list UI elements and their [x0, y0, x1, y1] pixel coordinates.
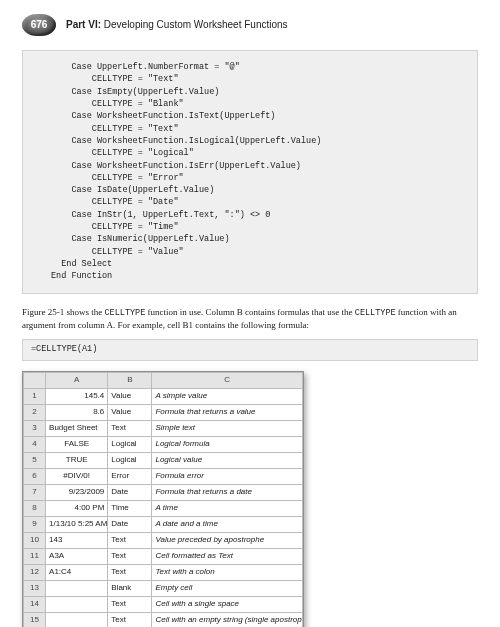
row-header: 12 [24, 564, 46, 580]
cell-c: A time [152, 500, 303, 516]
cell-a: Budget Sheet [46, 420, 108, 436]
page-number: 676 [31, 18, 48, 32]
row-header: 14 [24, 596, 46, 612]
cell-a: 4:00 PM [46, 500, 108, 516]
spreadsheet-table: A B C 1145.4ValueA simple value28.6Value… [23, 372, 303, 627]
row-header: 6 [24, 468, 46, 484]
formula-block: =CELLTYPE(A1) [22, 339, 478, 360]
cell-a: 9/23/2009 [46, 484, 108, 500]
row-header: 1 [24, 388, 46, 404]
cell-b: Text [108, 596, 152, 612]
vba-code-block: Case UpperLeft.NumberFormat = "@" CELLTY… [22, 50, 478, 294]
page-number-badge: 676 [22, 14, 56, 36]
cell-c: Cell with a single space [152, 596, 303, 612]
table-row: 14TextCell with a single space [24, 596, 303, 612]
table-row: 11A3ATextCell formatted as Text [24, 548, 303, 564]
cell-c: Value preceded by apostrophe [152, 532, 303, 548]
row-header: 11 [24, 548, 46, 564]
cell-b: Date [108, 516, 152, 532]
cell-c: Logical value [152, 452, 303, 468]
cell-a: TRUE [46, 452, 108, 468]
spreadsheet-figure: A B C 1145.4ValueA simple value28.6Value… [22, 371, 304, 627]
cell-a [46, 580, 108, 596]
row-header: 9 [24, 516, 46, 532]
cell-b: Date [108, 484, 152, 500]
text-run: function in use. Column B contains formu… [145, 307, 354, 317]
body-paragraph-1: Figure 25-1 shows the CELLTYPE function … [22, 306, 478, 332]
cell-c: Text with a colon [152, 564, 303, 580]
cell-a: 145.4 [46, 388, 108, 404]
row-header: 2 [24, 404, 46, 420]
cell-b: Logical [108, 452, 152, 468]
cell-a [46, 596, 108, 612]
cell-c: Cell with an empty string (single apostr… [152, 612, 303, 627]
cell-c: Cell formatted as Text [152, 548, 303, 564]
table-row: 15TextCell with an empty string (single … [24, 612, 303, 627]
cell-b: Error [108, 468, 152, 484]
cell-b: Time [108, 500, 152, 516]
row-header: 7 [24, 484, 46, 500]
inline-code: CELLTYPE [105, 308, 146, 318]
cell-c: Simple text [152, 420, 303, 436]
inline-code: CELLTYPE [355, 308, 396, 318]
table-row: 10143TextValue preceded by apostrophe [24, 532, 303, 548]
corner-cell [24, 372, 46, 388]
cell-a: 8.6 [46, 404, 108, 420]
cell-b: Text [108, 420, 152, 436]
table-row: 79/23/2009DateFormula that returns a dat… [24, 484, 303, 500]
col-header: C [152, 372, 303, 388]
cell-b: Blank [108, 580, 152, 596]
table-row: 91/13/10 5:25 AMDateA date and a time [24, 516, 303, 532]
row-header: 10 [24, 532, 46, 548]
cell-c: Formula that returns a value [152, 404, 303, 420]
cell-a: 143 [46, 532, 108, 548]
cell-b: Logical [108, 436, 152, 452]
cell-c: A simple value [152, 388, 303, 404]
cell-a: A1:C4 [46, 564, 108, 580]
table-row: 28.6ValueFormula that returns a value [24, 404, 303, 420]
table-row: 6#DIV/0!ErrorFormula error [24, 468, 303, 484]
row-header: 13 [24, 580, 46, 596]
column-header-row: A B C [24, 372, 303, 388]
table-row: 84:00 PMTimeA time [24, 500, 303, 516]
cell-b: Text [108, 564, 152, 580]
cell-b: Value [108, 404, 152, 420]
cell-a: 1/13/10 5:25 AM [46, 516, 108, 532]
table-row: 5TRUELogicalLogical value [24, 452, 303, 468]
row-header: 4 [24, 436, 46, 452]
cell-a: FALSE [46, 436, 108, 452]
col-header: A [46, 372, 108, 388]
table-row: 3Budget SheetTextSimple text [24, 420, 303, 436]
cell-c: Empty cell [152, 580, 303, 596]
cell-a [46, 612, 108, 627]
table-row: 1145.4ValueA simple value [24, 388, 303, 404]
cell-b: Text [108, 612, 152, 627]
page-header: 676 Part VI: Developing Custom Worksheet… [22, 14, 478, 36]
table-row: 13BlankEmpty cell [24, 580, 303, 596]
row-header: 8 [24, 500, 46, 516]
cell-c: Logical formula [152, 436, 303, 452]
cell-c: Formula that returns a date [152, 484, 303, 500]
row-header: 3 [24, 420, 46, 436]
part-label: Part VI: [66, 19, 101, 30]
table-row: 4FALSELogicalLogical formula [24, 436, 303, 452]
cell-b: Text [108, 532, 152, 548]
table-row: 12A1:C4TextText with a colon [24, 564, 303, 580]
cell-b: Value [108, 388, 152, 404]
part-title: Developing Custom Worksheet Functions [104, 19, 288, 30]
cell-a: A3A [46, 548, 108, 564]
cell-b: Text [108, 548, 152, 564]
col-header: B [108, 372, 152, 388]
part-heading: Part VI: Developing Custom Worksheet Fun… [66, 18, 288, 32]
cell-a: #DIV/0! [46, 468, 108, 484]
cell-c: A date and a time [152, 516, 303, 532]
row-header: 5 [24, 452, 46, 468]
row-header: 15 [24, 612, 46, 627]
cell-c: Formula error [152, 468, 303, 484]
text-run: Figure 25-1 shows the [22, 307, 105, 317]
